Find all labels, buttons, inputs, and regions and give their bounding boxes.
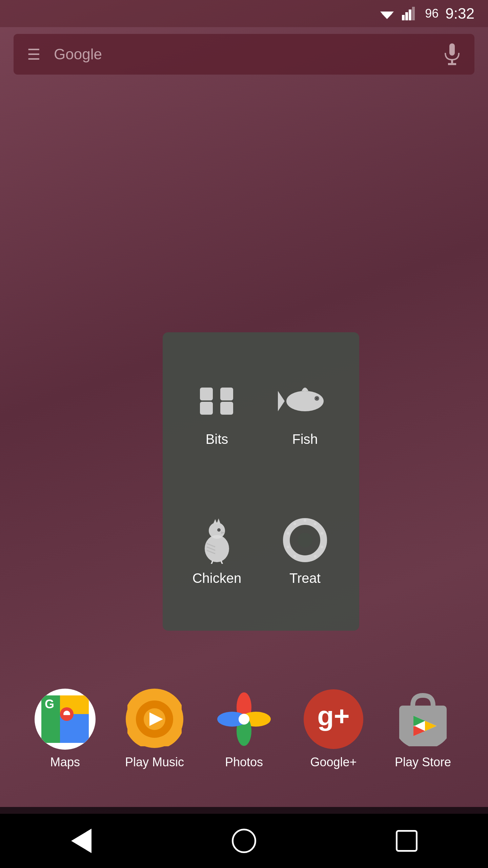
treat-icon: [281, 516, 329, 564]
app-item-maps[interactable]: G Maps: [24, 689, 106, 769]
menu-item-bits[interactable]: Bits: [176, 346, 258, 478]
svg-point-24: [217, 528, 221, 532]
photos-app-icon: [214, 689, 274, 750]
svg-point-21: [209, 522, 225, 539]
app-item-play-store[interactable]: Play Store: [382, 689, 464, 769]
google-plus-svg: g+: [303, 689, 364, 750]
play-store-svg: [392, 689, 453, 750]
status-bar: 96 9:32: [0, 0, 488, 27]
play-music-svg: [124, 689, 185, 750]
google-plus-label: Google+: [310, 755, 357, 769]
photos-label: Photos: [225, 755, 263, 769]
svg-point-30: [314, 522, 317, 525]
menu-item-fish[interactable]: Fish: [264, 346, 346, 478]
svg-point-29: [304, 519, 306, 522]
context-menu: Bits Fish: [163, 332, 359, 631]
hamburger-icon[interactable]: ☰: [27, 46, 40, 63]
maps-label: Maps: [50, 755, 80, 769]
nav-bar: [0, 814, 488, 868]
app-item-photos[interactable]: Photos: [203, 689, 285, 769]
svg-point-20: [205, 535, 229, 562]
svg-text:g+: g+: [317, 701, 350, 731]
recent-square-icon: [396, 830, 418, 852]
fish-label: Fish: [292, 432, 318, 447]
svg-rect-5: [409, 9, 411, 20]
battery-level: 96: [425, 6, 439, 21]
app-item-play-music[interactable]: Play Music: [114, 689, 195, 769]
treat-label: Treat: [289, 571, 321, 586]
svg-rect-6: [412, 7, 415, 20]
svg-point-31: [321, 532, 323, 535]
svg-rect-7: [449, 43, 455, 56]
svg-rect-9: [448, 63, 456, 65]
maps-svg: G: [41, 695, 89, 743]
treat-icon-container: [278, 516, 332, 564]
svg-marker-15: [278, 391, 285, 411]
svg-point-36: [287, 532, 289, 535]
app-item-google-plus[interactable]: g+ Google+: [293, 689, 374, 769]
fish-icon-container: [278, 377, 332, 425]
photos-svg: [214, 689, 274, 750]
svg-rect-12: [200, 402, 213, 415]
svg-point-35: [287, 546, 289, 548]
svg-point-37: [293, 522, 296, 525]
mic-icon[interactable]: [443, 43, 461, 65]
bits-icon: [193, 381, 241, 421]
clock: 9:32: [445, 5, 474, 22]
nav-home-button[interactable]: [224, 827, 264, 854]
svg-rect-11: [220, 388, 233, 400]
search-placeholder[interactable]: Google: [54, 46, 443, 63]
back-triangle-icon: [71, 829, 92, 853]
svg-marker-2: [384, 16, 390, 19]
home-circle-icon: [232, 829, 256, 853]
svg-point-14: [286, 391, 324, 411]
bits-label: Bits: [206, 432, 228, 447]
svg-text:G: G: [45, 697, 54, 711]
nav-back-button[interactable]: [61, 827, 102, 854]
svg-marker-22: [214, 518, 220, 523]
svg-point-55: [239, 714, 249, 725]
svg-line-26: [221, 560, 223, 564]
menu-item-treat[interactable]: Treat: [264, 485, 346, 617]
nav-recent-button[interactable]: [386, 827, 427, 854]
chicken-icon: [197, 516, 237, 564]
maps-app-icon: G: [35, 689, 96, 750]
svg-rect-4: [405, 12, 408, 20]
play-music-label: Play Music: [125, 755, 184, 769]
search-bar[interactable]: ☰ Google: [14, 34, 474, 75]
svg-rect-3: [402, 15, 405, 20]
svg-rect-13: [220, 402, 233, 415]
chicken-icon-container: [190, 516, 244, 564]
google-plus-app-icon: g+: [303, 689, 364, 750]
svg-rect-10: [200, 388, 213, 400]
play-music-app-icon: [124, 689, 185, 750]
fish-icon: [278, 381, 332, 421]
play-store-app-icon: [392, 689, 453, 750]
chicken-label: Chicken: [192, 571, 242, 586]
bits-icon-container: [190, 377, 244, 425]
wifi-icon: [379, 7, 395, 20]
play-store-label: Play Store: [395, 755, 451, 769]
menu-item-chicken[interactable]: Chicken: [176, 485, 258, 617]
signal-icon: [402, 7, 418, 20]
status-bar-right: 96 9:32: [379, 5, 474, 22]
app-row-main: G Maps Play Music: [0, 678, 488, 780]
svg-point-33: [314, 555, 317, 558]
svg-point-28: [298, 533, 312, 548]
svg-point-32: [321, 546, 323, 548]
svg-line-25: [211, 560, 213, 564]
svg-point-34: [293, 555, 296, 558]
